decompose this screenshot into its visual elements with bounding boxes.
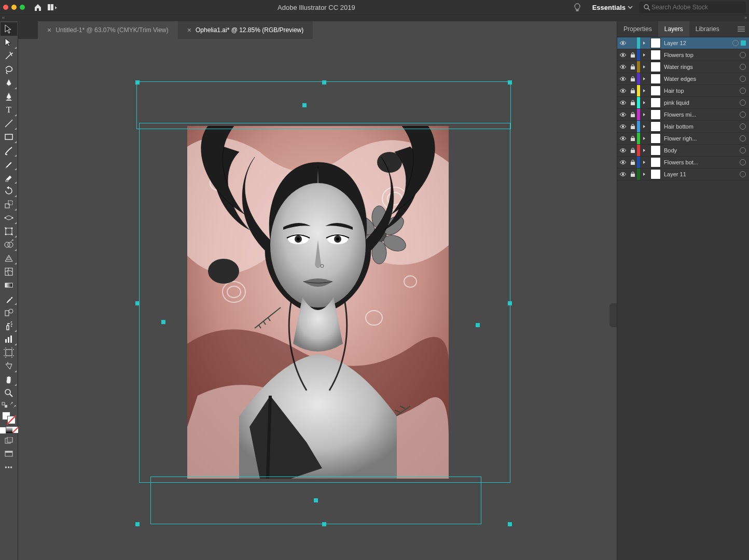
window-close-button[interactable] bbox=[3, 5, 8, 10]
layer-name[interactable]: Body bbox=[663, 147, 738, 153]
layer-lock-toggle[interactable] bbox=[629, 52, 637, 58]
layer-row[interactable]: Flowers bot... bbox=[617, 157, 749, 169]
layer-row[interactable]: Flowers mi... bbox=[617, 109, 749, 121]
layer-lock-toggle[interactable] bbox=[629, 171, 637, 177]
layer-target-button[interactable] bbox=[740, 123, 746, 130]
layer-expand-toggle[interactable] bbox=[640, 101, 648, 105]
workspace-switcher[interactable]: Essentials bbox=[590, 3, 635, 12]
fill-stroke-swatch[interactable] bbox=[2, 411, 16, 425]
draw-mode-button[interactable] bbox=[1, 434, 17, 447]
close-tab-icon[interactable]: × bbox=[187, 26, 191, 34]
layer-target-button[interactable] bbox=[740, 111, 746, 118]
layer-name[interactable]: Layer 11 bbox=[663, 171, 738, 177]
selection-handle[interactable] bbox=[476, 323, 480, 327]
layer-row[interactable]: Flowers top bbox=[617, 49, 749, 61]
layer-expand-toggle[interactable] bbox=[640, 89, 648, 93]
search-stock[interactable] bbox=[639, 2, 746, 13]
layer-visibility-toggle[interactable] bbox=[617, 136, 629, 141]
hand-tool[interactable] bbox=[1, 373, 17, 386]
collapse-right-icon[interactable]: » bbox=[744, 15, 747, 21]
selection-handle[interactable] bbox=[161, 320, 165, 324]
rectangle-tool[interactable] bbox=[1, 130, 17, 144]
layer-name[interactable]: Flower righ... bbox=[663, 135, 738, 142]
layer-lock-toggle[interactable] bbox=[629, 64, 637, 70]
layer-row[interactable]: Water edges bbox=[617, 73, 749, 85]
selection-handle[interactable] bbox=[508, 301, 512, 305]
direct-selection-tool[interactable] bbox=[1, 36, 17, 49]
gradient-tool[interactable] bbox=[1, 278, 17, 292]
document-tab[interactable]: ×Untitled-1* @ 63.07% (CMYK/Trim View) bbox=[38, 21, 178, 39]
eyedropper-tool[interactable] bbox=[1, 292, 17, 305]
canvas[interactable] bbox=[18, 39, 617, 560]
layer-row[interactable]: Flower righ... bbox=[617, 133, 749, 145]
slice-tool[interactable] bbox=[1, 359, 17, 373]
layer-expand-toggle[interactable] bbox=[640, 148, 648, 152]
pen-tool[interactable] bbox=[1, 76, 17, 90]
layer-expand-toggle[interactable] bbox=[640, 41, 648, 45]
collapse-left-icon[interactable]: « bbox=[2, 15, 5, 21]
panel-tab-layers[interactable]: Layers bbox=[658, 21, 689, 37]
layer-row[interactable]: Water rings bbox=[617, 61, 749, 73]
shaper-tool[interactable] bbox=[1, 157, 17, 171]
layer-lock-toggle[interactable] bbox=[629, 76, 637, 82]
eraser-tool[interactable] bbox=[1, 171, 17, 184]
layer-target-button[interactable] bbox=[740, 100, 746, 106]
default-fill-stroke-icon[interactable] bbox=[10, 402, 16, 408]
artboard-tool[interactable] bbox=[1, 346, 17, 359]
layer-row[interactable]: Hair top bbox=[617, 85, 749, 97]
layer-visibility-toggle[interactable] bbox=[617, 64, 629, 69]
selection-handle[interactable] bbox=[508, 522, 512, 526]
type-tool[interactable]: T bbox=[1, 103, 17, 117]
home-button[interactable] bbox=[32, 2, 44, 13]
layer-name[interactable]: Flowers top bbox=[663, 52, 738, 58]
layer-expand-toggle[interactable] bbox=[640, 136, 648, 141]
layer-target-button[interactable] bbox=[740, 147, 746, 153]
layer-lock-toggle[interactable] bbox=[629, 111, 637, 118]
color-mode-row[interactable] bbox=[0, 427, 19, 434]
edit-toolbar-button[interactable]: ••• bbox=[5, 464, 13, 471]
blend-tool[interactable] bbox=[1, 305, 17, 319]
layer-expand-toggle[interactable] bbox=[640, 77, 648, 81]
layer-lock-toggle[interactable] bbox=[629, 88, 637, 94]
arrange-documents-button[interactable] bbox=[47, 2, 58, 13]
document-tab[interactable]: ×Ophelia1.ai* @ 12.85% (RGB/Preview) bbox=[178, 21, 313, 39]
layer-expand-toggle[interactable] bbox=[640, 172, 648, 176]
curvature-tool[interactable] bbox=[1, 90, 17, 103]
selection-handle[interactable] bbox=[508, 80, 512, 85]
layer-row[interactable]: Layer 11 bbox=[617, 169, 749, 180]
free-transform-tool[interactable] bbox=[1, 225, 17, 238]
layer-lock-toggle[interactable] bbox=[629, 147, 637, 153]
layer-visibility-toggle[interactable] bbox=[617, 112, 629, 117]
symbol-sprayer-tool[interactable] bbox=[1, 319, 17, 332]
magic-wand-tool[interactable] bbox=[1, 49, 17, 63]
layer-expand-toggle[interactable] bbox=[640, 113, 648, 117]
layer-name[interactable]: Hair bottom bbox=[663, 123, 738, 130]
layer-target-button[interactable] bbox=[740, 88, 746, 94]
layer-visibility-toggle[interactable] bbox=[617, 160, 629, 165]
layer-row[interactable]: Hair bottom bbox=[617, 121, 749, 133]
layer-visibility-toggle[interactable] bbox=[617, 148, 629, 153]
layer-target-button[interactable] bbox=[740, 64, 746, 70]
layer-expand-toggle[interactable] bbox=[640, 124, 648, 129]
help-tips-button[interactable] bbox=[572, 2, 583, 13]
color-mode-gradient-icon[interactable] bbox=[6, 427, 12, 433]
panel-tab-libraries[interactable]: Libraries bbox=[689, 21, 726, 37]
toggle-fill-stroke-icon[interactable] bbox=[2, 402, 8, 408]
line-segment-tool[interactable] bbox=[1, 117, 17, 130]
color-mode-solid-icon[interactable] bbox=[0, 427, 6, 434]
perspective-grid-tool[interactable] bbox=[1, 251, 17, 265]
selection-handle[interactable] bbox=[135, 301, 140, 305]
layer-visibility-toggle[interactable] bbox=[617, 172, 629, 177]
layer-name[interactable]: Water edges bbox=[663, 76, 738, 82]
scale-tool[interactable] bbox=[1, 198, 17, 211]
layer-name[interactable]: Flowers bot... bbox=[663, 159, 738, 165]
mesh-tool[interactable] bbox=[1, 265, 17, 278]
layer-target-button[interactable] bbox=[740, 135, 746, 142]
selection-handle[interactable] bbox=[302, 103, 307, 107]
screen-mode-button[interactable] bbox=[1, 447, 17, 461]
layer-expand-toggle[interactable] bbox=[640, 65, 648, 69]
layer-target-button[interactable] bbox=[740, 159, 746, 165]
column-graph-tool[interactable] bbox=[1, 332, 17, 346]
layer-target-button[interactable] bbox=[740, 171, 746, 177]
paintbrush-tool[interactable] bbox=[1, 144, 17, 157]
